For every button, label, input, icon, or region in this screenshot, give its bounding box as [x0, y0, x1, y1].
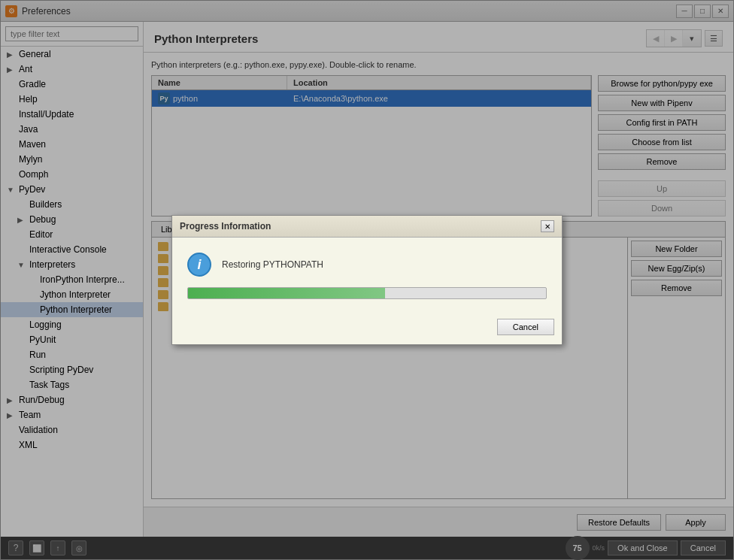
dialog-info-row: i Restoring PYTHONPATH	[187, 253, 547, 277]
dialog-cancel-button[interactable]: Cancel	[497, 319, 554, 335]
progress-dialog: Progress Information ✕ i Restoring PYTHO…	[171, 215, 563, 345]
dialog-footer: Cancel	[172, 314, 562, 344]
dialog-message: Restoring PYTHONPATH	[222, 259, 323, 270]
dialog-close-button[interactable]: ✕	[541, 220, 554, 232]
progress-bar-fill	[188, 288, 385, 298]
progress-bar-container	[187, 287, 547, 299]
dialog-overlay: Progress Information ✕ i Restoring PYTHO…	[0, 0, 734, 560]
info-icon: i	[187, 253, 211, 277]
dialog-body: i Restoring PYTHONPATH	[172, 238, 562, 314]
dialog-title-bar: Progress Information ✕	[172, 216, 562, 238]
dialog-title: Progress Information	[180, 221, 271, 232]
